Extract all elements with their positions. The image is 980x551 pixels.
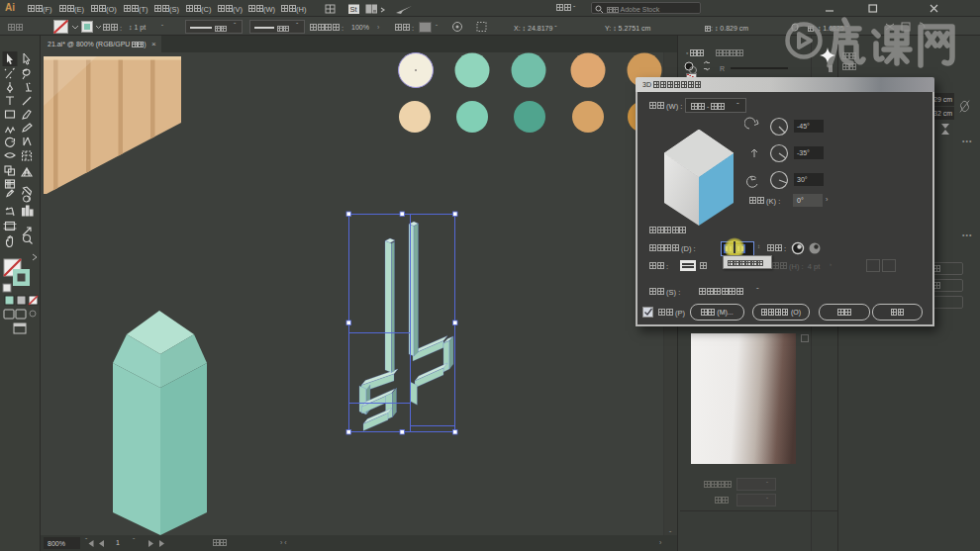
svg-text:R: R — [720, 65, 725, 72]
svg-text:St: St — [350, 5, 358, 14]
